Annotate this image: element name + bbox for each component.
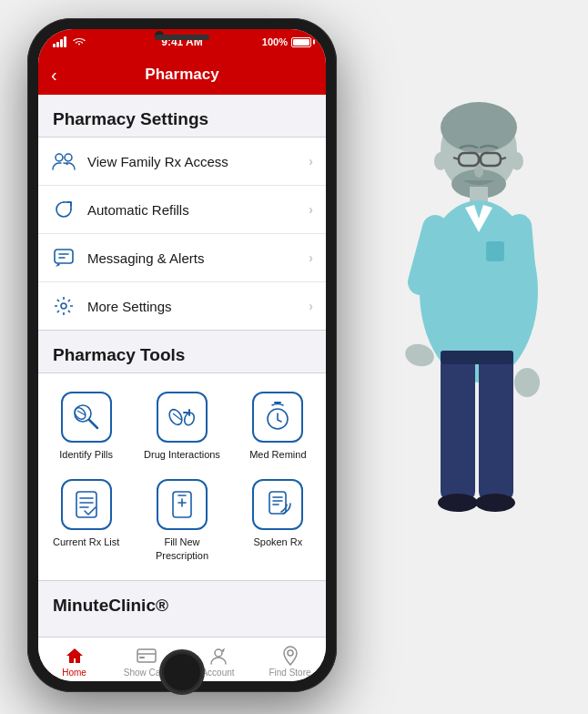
content-area: Pharmacy Settings [38,95,326,637]
more-settings-icon [51,293,76,319]
settings-item-family-rx[interactable]: View Family Rx Access › [38,138,326,186]
svg-point-50 [288,650,293,656]
tool-spoken-rx[interactable]: Spoken Rx [230,470,326,571]
home-icon [65,646,85,666]
back-button[interactable]: ‹ [51,65,57,86]
messaging-label: Messaging & Alerts [87,250,309,266]
spoken-rx-icon [252,479,303,530]
settings-item-automatic-refills[interactable]: Automatic Refills › [38,186,326,234]
chevron-icon: › [309,250,313,265]
svg-point-49 [215,649,222,657]
tool-current-rx-list[interactable]: Current Rx List [38,470,134,571]
status-bar: 9:41 AM 100% [38,29,326,55]
battery-percent: 100% [262,36,288,47]
med-remind-label: Med Remind [249,448,306,461]
tab-home[interactable]: Home [38,642,110,678]
svg-point-27 [61,303,66,309]
settings-item-more[interactable]: More Settings › [38,282,326,330]
svg-point-25 [65,154,72,161]
svg-point-22 [511,152,523,170]
tool-identify-pills[interactable]: Identify Pills [38,382,134,470]
account-icon [208,646,228,666]
svg-point-20 [475,494,515,512]
svg-point-1 [441,102,517,153]
status-left [53,36,86,47]
svg-point-30 [72,405,87,421]
svg-point-21 [434,152,447,170]
chevron-icon: › [309,202,313,217]
svg-point-32 [167,407,184,427]
minuteclinic-title: MinuteClinic® [53,596,168,615]
family-icon [51,148,76,174]
svg-rect-16 [441,355,475,501]
nav-title: Pharmacy [145,66,218,84]
svg-point-15 [514,368,540,397]
fill-new-rx-label: Fill New Prescription [141,536,222,562]
pharmacy-tools-header: Pharmacy Tools [38,331,326,372]
med-remind-icon [252,392,303,443]
chevron-icon: › [309,154,313,168]
tool-drug-interactions[interactable]: Drug Interactions [134,382,229,470]
tab-store-label: Find Store [269,668,310,678]
more-settings-label: More Settings [87,299,309,314]
drug-interactions-label: Drug Interactions [144,448,220,461]
family-rx-label: View Family Rx Access [87,154,309,169]
svg-rect-17 [479,355,513,501]
wifi-icon [73,37,86,46]
spoken-rx-label: Spoken Rx [253,536,302,548]
signal-bars [53,36,66,47]
current-rx-label: Current Rx List [53,536,119,548]
settings-group: View Family Rx Access › Automatic R [38,137,326,331]
svg-point-24 [56,154,63,161]
svg-point-23 [474,165,483,178]
tool-med-remind[interactable]: Med Remind [230,382,326,470]
status-right: 100% [262,36,311,47]
chevron-icon: › [309,299,313,313]
home-button[interactable] [159,649,205,695]
nav-bar: ‹ Pharmacy [38,55,326,95]
fill-new-rx-icon [157,479,208,530]
svg-rect-26 [55,250,73,263]
tool-fill-new-rx[interactable]: Fill New Prescription [134,470,229,571]
store-icon [280,646,300,666]
pharmacy-tools-grid: Identify Pills [38,372,326,581]
battery-icon [291,37,311,47]
card-icon [137,646,157,666]
current-rx-icon [61,479,112,530]
person-illustration [379,73,579,638]
tab-find-store[interactable]: Find Store [254,642,326,678]
svg-line-29 [89,420,97,428]
svg-rect-11 [486,241,504,261]
phone-device: 9:41 AM 100% ‹ Pharmacy Pharmacy Setting… [27,18,337,692]
svg-rect-48 [139,657,145,658]
settings-item-messaging[interactable]: Messaging & Alerts › [38,234,326,282]
automatic-refills-label: Automatic Refills [87,202,309,218]
refill-icon [51,197,76,222]
messaging-icon [51,245,76,270]
pharmacy-settings-header: Pharmacy Settings [38,95,326,137]
svg-point-19 [438,494,478,512]
drug-interactions-icon [157,392,208,443]
minuteclinic-section: MinuteClinic® [38,581,326,623]
svg-rect-18 [441,351,513,364]
tab-home-label: Home [62,668,86,678]
identify-pills-icon [61,392,112,443]
tab-account-label: Account [201,668,234,678]
identify-pills-label: Identify Pills [59,448,113,461]
svg-rect-46 [137,649,156,662]
